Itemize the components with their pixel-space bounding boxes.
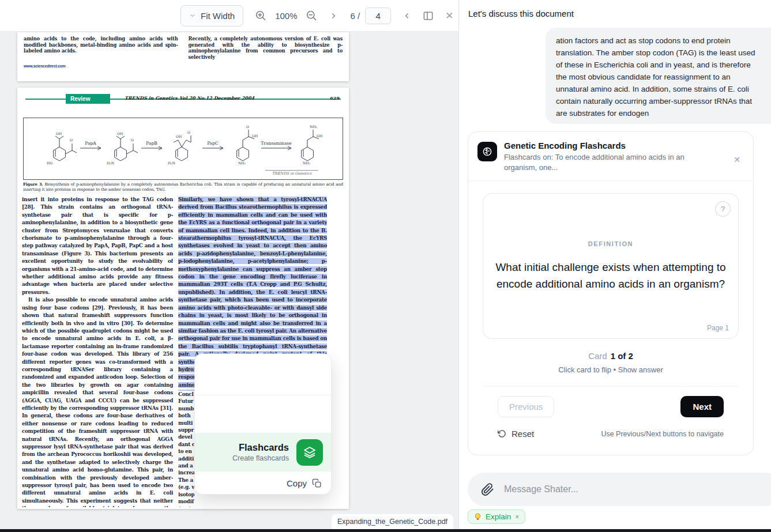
chem-label: H₂N [107, 161, 114, 165]
chem-label: OH [56, 131, 62, 135]
previous-card-button[interactable]: Previous [498, 396, 554, 417]
chem-label: O [187, 130, 190, 134]
conclusion-column-fragments: Concl Futur numb both multi suppr devel … [178, 391, 194, 507]
previous-page-icon[interactable] [403, 12, 411, 20]
pdf-page-partial: amino acids to the code, including amino… [17, 32, 349, 81]
next-card-button[interactable]: Next [680, 396, 724, 417]
reset-label: Reset [512, 429, 534, 439]
text-fragment: (e.g. v [178, 484, 194, 491]
text-fragment: Concl [178, 391, 194, 398]
bottom-edge-bar [0, 529, 771, 532]
text-fragment: in vit [178, 505, 194, 508]
context-menu-empty-section [195, 354, 331, 395]
brain-icon [477, 142, 497, 161]
card-counter-label: Card [588, 351, 607, 361]
copy-menu-label: Copy [287, 478, 307, 488]
menu-item-flashcards[interactable]: Flashcards Create flashcards [195, 433, 331, 471]
zoom-level-value: 100% [275, 11, 297, 21]
chem-label: NH₂ [238, 161, 246, 165]
chem-label: OH [252, 134, 258, 138]
chevron-down-icon [189, 12, 196, 19]
pdf-viewer-pane: Fit Width 100% 6 / ✕ amino acids to the … [0, 0, 459, 532]
paragraph: It is also possible to encode unnatural … [22, 296, 173, 507]
navigation-hint: Use Previous/Next buttons to navigate [601, 430, 724, 438]
split-view-icon[interactable] [423, 10, 434, 21]
attach-file-icon[interactable] [481, 483, 494, 496]
page-top-right-text: Recently, a completely autonomous versio… [189, 36, 343, 69]
flashcards-layers-icon [296, 439, 323, 466]
user-message-bubble: ation factors and act as stop codons to … [546, 28, 771, 124]
arrow-label-transaminase: Transaminase [261, 141, 292, 146]
help-icon[interactable]: ? [715, 201, 731, 217]
card-counter-value: 1 of 2 [611, 351, 633, 361]
journal-header: TRENDS in Genetics Vol.20 No.12 December… [125, 95, 254, 101]
arrow-label-papa: PapA [85, 141, 96, 146]
document-filename-tab: Expanding_the_Genetic_Code.pdf [332, 514, 453, 529]
chip-close-icon[interactable]: × [515, 513, 519, 521]
explain-chip-label: Explain [486, 512, 511, 521]
card-question: What initial challenge exists when attem… [490, 259, 732, 292]
text-fragment: both [178, 412, 194, 419]
pdf-toolbar: Fit Width 100% 6 / ✕ [0, 0, 458, 32]
menu-item-copy[interactable]: Copy [195, 471, 331, 495]
flashcards-widget-title: Genetic Encoding Flashcards [504, 141, 697, 150]
text-fragment: to en [178, 448, 194, 455]
copy-icon [312, 478, 322, 488]
text-fragment: modif [178, 498, 194, 505]
reset-icon [498, 429, 506, 438]
figure-3-diagram: PapA PapB PapC Transaminase OH O HO OH O… [23, 118, 343, 180]
zoom-in-icon[interactable] [255, 10, 267, 22]
message-input-container [468, 473, 771, 506]
chem-label: NH₂ [310, 124, 317, 129]
text-fragment: multi [178, 420, 194, 427]
text-fragment: dant c [178, 441, 194, 448]
chem-label: O [246, 124, 249, 129]
figure-caption: Figure 3. Biosynthesis of p-aminophenyla… [23, 182, 343, 193]
page-number-input[interactable] [365, 7, 391, 24]
page-top-left-text: amino acids to the code, including amino… [24, 36, 178, 54]
fit-width-label: Fit Width [201, 11, 235, 21]
text-fragment: isotop [178, 491, 194, 498]
chem-label: OH [117, 131, 123, 135]
message-input[interactable] [504, 484, 771, 495]
page-count-label: 6 / [351, 11, 360, 21]
arrow-label-papc: PapC [207, 141, 219, 146]
text-fragment: suppr [178, 427, 194, 433]
text-fragment: The a [178, 477, 194, 484]
flashcards-menu-title: Flashcards [232, 442, 289, 453]
text-fragment: additi [178, 455, 194, 462]
left-text-column: insert it into proteins in response to t… [22, 196, 173, 507]
chem-label: O [70, 138, 73, 142]
figure-caption-prefix: Figure 3. [23, 182, 43, 187]
trends-brand-label: TRENDS in Genetics [265, 170, 318, 176]
text-fragment: devel [178, 433, 194, 440]
chem-label: OH [317, 134, 322, 138]
flashcards-widget-header: Genetic Encoding Flashcards Flashcards o… [468, 132, 753, 181]
page-number: 629 [330, 95, 340, 101]
flashcards-widget-subtitle: Flashcards on: To encode additional amin… [504, 152, 697, 173]
reset-button[interactable]: Reset [498, 429, 534, 439]
figure-caption-text: Biosynthesis of p-aminophenylalanine by … [23, 182, 343, 192]
text-fragment: and a [178, 462, 194, 469]
selection-context-menu: Flashcards Create flashcards Copy [194, 353, 332, 495]
review-badge: Review [66, 94, 110, 104]
chat-panel-title: Let's discuss this document [468, 9, 574, 18]
text-fragment: numb [178, 405, 194, 412]
next-page-icon[interactable] [329, 12, 338, 20]
lightbulb-icon [474, 513, 482, 521]
card-page-reference: Page 1 [707, 324, 729, 332]
chat-panel: Let's discuss this document ation factor… [460, 0, 771, 529]
close-viewer-icon[interactable]: ✕ [445, 10, 453, 22]
explain-chip[interactable]: Explain × [468, 510, 525, 524]
chem-label: NH₂ [303, 161, 310, 165]
chem-label: H₂N [168, 161, 175, 165]
text-fragment: increa [178, 469, 194, 476]
zoom-out-icon[interactable] [306, 10, 318, 22]
flashcard[interactable]: ? DEFINITION What initial challenge exis… [483, 193, 739, 339]
card-counter: Card1 of 2 [483, 351, 739, 361]
arrow-label-papb: PapB [146, 141, 157, 146]
widget-close-icon[interactable]: ✕ [734, 155, 740, 164]
fit-width-button[interactable]: Fit Width [180, 5, 243, 27]
sciencedirect-link[interactable]: www.sciencedirect.com [24, 63, 178, 70]
paragraph: insert it into proteins in response to t… [22, 196, 173, 296]
